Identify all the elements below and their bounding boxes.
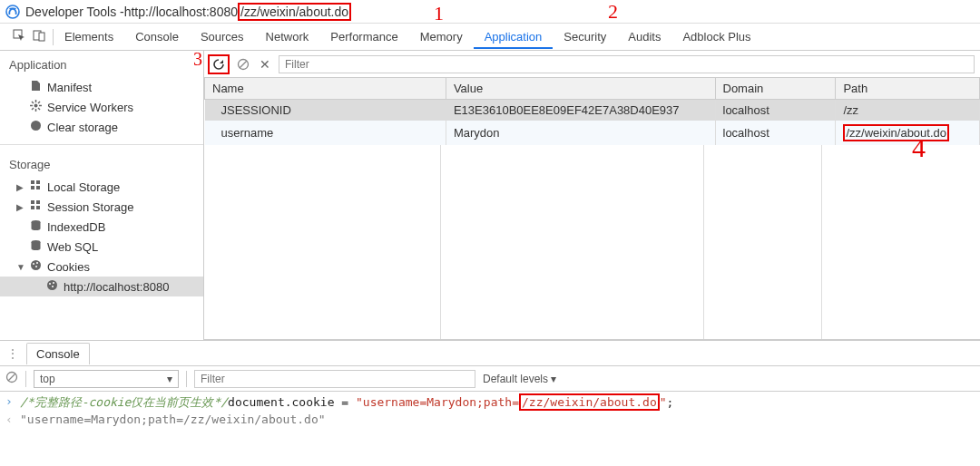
svg-point-27 bbox=[35, 266, 37, 267]
panel-tab-adblock-plus[interactable]: Adblock Plus bbox=[671, 24, 761, 49]
sidebar-item-web-sql[interactable]: Web SQL bbox=[0, 237, 203, 257]
sidebar-item-label: Web SQL bbox=[47, 240, 98, 254]
panel-tab-sources[interactable]: Sources bbox=[190, 24, 255, 49]
svg-point-31 bbox=[52, 286, 54, 287]
cookie-icon bbox=[29, 259, 42, 274]
refresh-icon[interactable] bbox=[211, 56, 227, 73]
cookies-table: NameValueDomainPath JSESSIONIDE13E3610B0… bbox=[204, 78, 980, 145]
console-string-highlight: /zz/weixin/about.do bbox=[519, 393, 660, 411]
svg-point-29 bbox=[49, 283, 51, 285]
svg-line-12 bbox=[32, 108, 34, 110]
console-code: ; bbox=[667, 395, 674, 409]
panel-tab-audits[interactable]: Audits bbox=[617, 24, 671, 49]
db-icon bbox=[29, 219, 42, 234]
console-input-caret-icon: › bbox=[5, 394, 15, 408]
console-input-line[interactable]: › /*完整路径-cookie仅在当前页生效*/document.cookie … bbox=[0, 393, 980, 412]
sidebar-item-manifest[interactable]: Manifest bbox=[0, 77, 203, 97]
window-title-url: http://localhost:8080 bbox=[124, 5, 238, 19]
panel-tab-elements[interactable]: Elements bbox=[54, 24, 124, 49]
console-output: › /*完整路径-cookie仅在当前页生效*/document.cookie … bbox=[0, 392, 980, 429]
cookies-filter-input[interactable] bbox=[279, 55, 975, 73]
clear-icon bbox=[29, 120, 42, 134]
sidebar-item-clear-storage[interactable]: Clear storage bbox=[0, 117, 203, 137]
twisty-icon: ▶ bbox=[16, 182, 24, 192]
cookie-cell-path: /zz bbox=[836, 100, 980, 121]
device-toggle-icon[interactable] bbox=[33, 29, 45, 44]
console-output-value: "username=Marydon;path=/zz/weixin/about.… bbox=[20, 413, 326, 426]
cookies-table-fill bbox=[204, 145, 980, 340]
cookie-icon bbox=[45, 279, 58, 294]
console-levels-select[interactable]: Default levels ▾ bbox=[483, 373, 556, 385]
panel-tabs: ElementsConsoleSourcesNetworkPerformance… bbox=[0, 24, 980, 51]
console-context-select[interactable]: top ▾ bbox=[34, 370, 179, 388]
cookie-cell-name: username bbox=[205, 121, 446, 145]
svg-point-0 bbox=[6, 5, 19, 18]
cookie-cell-domain: localhost bbox=[715, 121, 836, 145]
chevron-down-icon: ▾ bbox=[167, 373, 172, 385]
console-code: document.cookie = bbox=[228, 395, 356, 409]
clear-icon[interactable]: ✕ bbox=[257, 56, 273, 73]
console-toolbar: top ▾ Default levels ▾ 2 bbox=[0, 366, 980, 392]
column-header-path[interactable]: Path bbox=[836, 78, 980, 100]
sidebar-item-indexeddb[interactable]: IndexedDB bbox=[0, 217, 203, 237]
svg-rect-17 bbox=[36, 186, 40, 189]
block-icon[interactable] bbox=[5, 371, 18, 386]
sidebar-item-label: Clear storage bbox=[47, 121, 118, 134]
sidebar-item-label: http://localhost:8080 bbox=[64, 280, 169, 294]
sidebar-item-label: IndexedDB bbox=[47, 220, 105, 234]
svg-rect-20 bbox=[31, 206, 34, 209]
svg-rect-3 bbox=[39, 33, 44, 41]
svg-point-28 bbox=[47, 280, 57, 290]
separator bbox=[186, 371, 187, 387]
sidebar-section-application: Application bbox=[0, 51, 203, 75]
svg-line-33 bbox=[240, 61, 247, 68]
drawer-menu-icon[interactable]: ⋮ bbox=[4, 347, 23, 360]
sidebar-item-session-storage[interactable]: ▶Session Storage bbox=[0, 197, 203, 217]
window-titlebar: Developer Tools - http://localhost:8080 … bbox=[0, 0, 980, 24]
cookie-cell-path: /zz/weixin/about.do bbox=[836, 121, 980, 145]
panel-tab-network[interactable]: Network bbox=[255, 24, 320, 49]
column-header-value[interactable]: Value bbox=[446, 78, 715, 100]
sidebar-item-label: Cookies bbox=[47, 260, 90, 274]
column-header-domain[interactable]: Domain bbox=[715, 78, 836, 100]
sidebar-item-cookies[interactable]: ▼Cookies bbox=[0, 257, 203, 277]
sidebar-item-http-localhost-8080[interactable]: http://localhost:8080 bbox=[0, 277, 203, 296]
svg-rect-15 bbox=[36, 180, 40, 184]
svg-point-13 bbox=[31, 121, 41, 131]
drawer-tabs: ⋮ Console bbox=[0, 341, 980, 366]
block-icon[interactable] bbox=[235, 56, 251, 73]
application-sidebar: Application ManifestService WorkersClear… bbox=[0, 51, 204, 340]
svg-rect-19 bbox=[36, 200, 40, 204]
drawer-tab-console[interactable]: Console bbox=[26, 343, 90, 364]
svg-point-30 bbox=[53, 282, 54, 284]
cookie-row[interactable]: usernameMarydonlocalhost/zz/weixin/about… bbox=[205, 121, 980, 145]
cookie-row[interactable]: JSESSIONIDE13E3610B0EE8E09EF42E7A38D40E9… bbox=[205, 100, 980, 121]
console-output-line: ‹ "username=Marydon;path=/zz/weixin/abou… bbox=[0, 412, 980, 427]
panel-tab-performance[interactable]: Performance bbox=[319, 24, 408, 49]
devtools-icon bbox=[5, 5, 20, 19]
panel-tab-application[interactable]: Application bbox=[474, 24, 554, 49]
inspect-icon[interactable] bbox=[13, 29, 25, 44]
cookies-pane: ✕ 3 NameValueDomainPath JSESSIONIDE13E36… bbox=[204, 51, 980, 340]
sidebar-item-service-workers[interactable]: Service Workers bbox=[0, 97, 203, 117]
annotation-1: 1 bbox=[434, 2, 444, 25]
console-filter-input[interactable] bbox=[194, 370, 475, 388]
panel-tab-security[interactable]: Security bbox=[553, 24, 617, 49]
svg-point-26 bbox=[36, 262, 38, 264]
sidebar-item-label: Service Workers bbox=[47, 101, 133, 114]
svg-rect-14 bbox=[31, 180, 34, 184]
window-title-prefix: Developer Tools - bbox=[25, 5, 124, 19]
file-icon bbox=[29, 80, 42, 94]
sidebar-item-local-storage[interactable]: ▶Local Storage bbox=[0, 177, 203, 197]
chevron-down-icon: ▾ bbox=[551, 373, 556, 385]
cookies-toolbar: ✕ 3 bbox=[204, 51, 980, 78]
panel-tab-memory[interactable]: Memory bbox=[409, 24, 474, 49]
panel-tab-console[interactable]: Console bbox=[124, 24, 190, 49]
console-output-caret-icon: ‹ bbox=[5, 413, 15, 426]
sidebar-item-label: Manifest bbox=[47, 81, 92, 94]
cookie-cell-value: E13E3610B0EE8E09EF42E7A38D40E937 bbox=[446, 100, 715, 121]
console-string: " bbox=[660, 395, 667, 409]
cookie-cell-domain: localhost bbox=[715, 100, 836, 121]
column-header-name[interactable]: Name bbox=[205, 78, 446, 100]
svg-point-24 bbox=[31, 260, 41, 270]
